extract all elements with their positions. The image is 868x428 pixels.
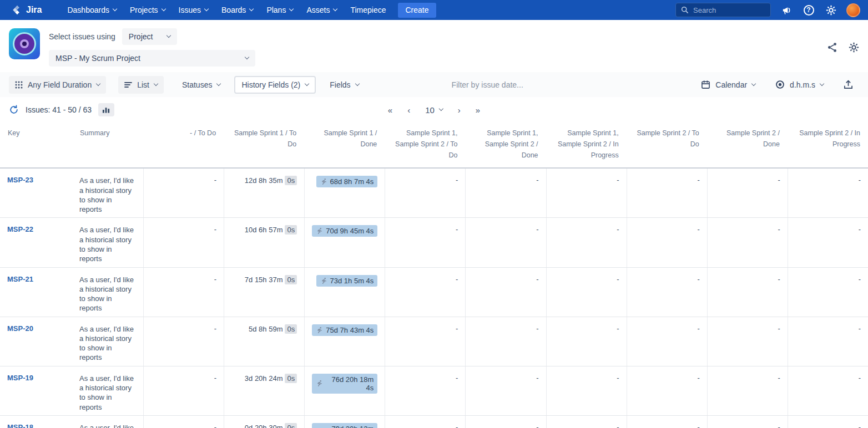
column-header-2[interactable]: - / To Do	[143, 122, 224, 167]
runner-icon	[316, 227, 323, 235]
table-row: MSP-23As a user, I'd like a historical s…	[0, 169, 868, 218]
issue-key-link[interactable]: MSP-23	[7, 176, 33, 184]
announcement-icon[interactable]	[780, 3, 793, 17]
duration-cell: -	[143, 169, 224, 217]
nav-menu-boards[interactable]: Boards	[215, 0, 260, 20]
pagination-prev-button[interactable]: ‹	[407, 105, 410, 115]
column-header-1[interactable]: Summary	[72, 122, 143, 167]
pagination-first-button[interactable]: «	[388, 105, 392, 115]
duration-cell: 3d 20h 24m0s	[224, 366, 304, 415]
calendar-icon	[701, 80, 710, 89]
nav-menu-assets[interactable]: Assets	[300, 0, 344, 20]
duration-cell: -	[627, 169, 707, 217]
global-search[interactable]	[675, 3, 771, 17]
chevron-down-icon	[113, 7, 117, 11]
chevron-down-icon	[245, 55, 249, 59]
table-row: MSP-21As a user, I'd like a historical s…	[0, 268, 868, 317]
view-mode-select[interactable]: List	[118, 76, 164, 94]
header-actions	[827, 42, 859, 53]
duration-badge[interactable]: 79d 20h 12m 4s	[312, 423, 377, 428]
nav-menu-dashboards[interactable]: Dashboards	[60, 0, 123, 20]
duration-cell: -	[465, 366, 546, 415]
chevron-down-icon	[249, 7, 254, 11]
pagination-last-button[interactable]: »	[476, 105, 480, 115]
column-header-5[interactable]: Sample Sprint 1, Sample Sprint 2 / To Do	[385, 122, 465, 167]
column-header-7[interactable]: Sample Sprint 1, Sample Sprint 2 / In Pr…	[546, 122, 627, 167]
export-icon	[844, 80, 853, 89]
duration-cell: -	[385, 317, 465, 366]
chart-view-button[interactable]	[98, 103, 114, 116]
search-input[interactable]	[693, 6, 765, 14]
duration-badge-cell: 68d 8h 7m 4s	[304, 169, 385, 217]
pagination-next-button[interactable]: ›	[458, 105, 461, 115]
chevron-down-icon	[289, 7, 294, 11]
chevron-down-icon	[305, 81, 309, 85]
column-header-10[interactable]: Sample Sprint 2 / In Progress	[788, 122, 868, 167]
issue-source-select[interactable]: Project	[122, 28, 178, 45]
issue-key-link[interactable]: MSP-20	[7, 324, 33, 333]
duration-badge-cell: 73d 1h 5m 4s	[304, 268, 385, 317]
duration-cell: -	[788, 366, 868, 415]
duration-badge-cell: 75d 7h 43m 4s	[304, 317, 385, 366]
history-fields-filter[interactable]: History Fields (2)	[234, 76, 316, 94]
column-header-3[interactable]: Sample Sprint 1 / To Do	[224, 122, 304, 167]
column-header-8[interactable]: Sample Sprint 2 / To Do	[627, 122, 707, 167]
fields-filter[interactable]: Fields	[324, 76, 365, 94]
column-header-9[interactable]: Sample Sprint 2 / Done	[707, 122, 788, 167]
jira-logo-text: Jira	[26, 5, 42, 15]
any-field-duration-select[interactable]: Any Field Duration	[9, 76, 106, 94]
page-size-select[interactable]: 10	[425, 105, 443, 115]
issue-key-cell: MSP-18	[0, 416, 72, 428]
create-button[interactable]: Create	[398, 3, 436, 18]
refresh-icon[interactable]	[9, 105, 19, 115]
project-select[interactable]: MSP - My Scrum Project	[49, 50, 255, 67]
column-header-0[interactable]: Key	[0, 122, 72, 167]
duration-cell: -	[546, 218, 627, 267]
nav-menu-plans[interactable]: Plans	[260, 0, 300, 20]
duration-cell: -	[627, 268, 707, 317]
duration-cell: -	[385, 366, 465, 415]
duration-cell: -	[143, 416, 224, 428]
duration-cell: -	[627, 218, 707, 267]
column-header-6[interactable]: Sample Sprint 1, Sample Sprint 2 / Done	[465, 122, 546, 167]
duration-badge[interactable]: 75d 7h 43m 4s	[312, 324, 377, 336]
duration-badge[interactable]: 76d 20h 18m 4s	[312, 374, 377, 394]
issue-key-link[interactable]: MSP-19	[7, 374, 33, 382]
duration-badge[interactable]: 70d 9h 45m 4s	[312, 225, 377, 237]
settings-icon[interactable]	[824, 3, 837, 17]
help-icon[interactable]: ?	[802, 3, 815, 17]
duration-cell: 7d 15h 37m0s	[224, 268, 304, 317]
issue-key-link[interactable]: MSP-22	[7, 225, 33, 233]
duration-badge-cell: 76d 20h 18m 4s	[304, 366, 385, 415]
duration-cell: -	[627, 416, 707, 428]
issue-source-selectors: Select issues using Project MSP - My Scr…	[49, 28, 255, 67]
export-button[interactable]	[837, 75, 859, 94]
nav-menu-projects[interactable]: Projects	[123, 0, 172, 20]
runner-icon	[320, 178, 327, 185]
share-icon[interactable]	[827, 42, 837, 53]
issue-key-cell: MSP-23	[0, 169, 72, 217]
duration-cell: -	[143, 317, 224, 366]
duration-cell: -	[627, 317, 707, 366]
duration-cell: -	[707, 416, 788, 428]
duration-badge[interactable]: 68d 8h 7m 4s	[316, 176, 378, 187]
nav-menu-issues[interactable]: Issues	[172, 0, 215, 20]
column-header-4[interactable]: Sample Sprint 1 / Done	[304, 122, 385, 167]
time-format-select[interactable]: d.h.m.s	[769, 75, 830, 94]
calendar-select[interactable]: Calendar	[695, 75, 761, 94]
statuses-filter[interactable]: Statuses	[176, 76, 226, 94]
issue-key-link[interactable]: MSP-21	[7, 275, 33, 283]
duration-badge[interactable]: 73d 1h 5m 4s	[316, 275, 378, 287]
report-settings-icon[interactable]	[849, 42, 859, 53]
user-avatar[interactable]	[846, 3, 860, 17]
runner-icon	[316, 380, 323, 387]
duration-cell: -	[788, 169, 868, 217]
jira-logo[interactable]: Jira	[12, 5, 42, 15]
duration-cell: -	[546, 416, 627, 428]
chevron-down-icon	[439, 106, 443, 111]
issue-key-link[interactable]: MSP-18	[7, 423, 33, 428]
chevron-down-icon	[355, 81, 359, 85]
nav-menu-timepiece[interactable]: Timepiece	[344, 0, 392, 20]
duration-cell: 0d 20h 30m0s	[224, 416, 304, 428]
issue-date-filter-input[interactable]	[452, 80, 618, 89]
